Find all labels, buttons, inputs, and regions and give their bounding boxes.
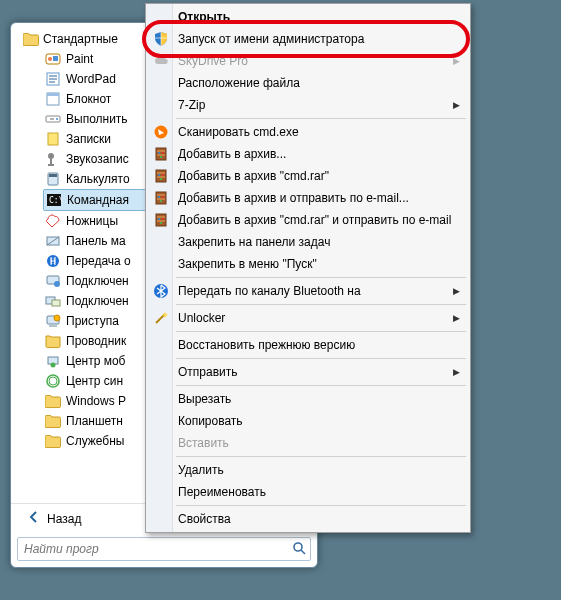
submenu-arrow-icon: ▶ [453,367,460,377]
tree-item-icon [45,51,61,67]
menu-item-label: Unlocker [178,311,225,325]
tree-item-icon [45,71,61,87]
menu-item[interactable]: Добавить в архив и отправить по e-mail..… [148,187,468,209]
menu-item-label: Добавить в архив "cmd.rar" [178,169,329,183]
menu-item[interactable]: Открыть [148,6,468,28]
context-menu: ОткрытьЗапуск от имени администратораSky… [145,3,471,533]
svg-rect-43 [157,198,165,200]
tree-item-icon [45,131,61,147]
svg-rect-34 [160,156,162,158]
svg-rect-32 [158,152,160,154]
menu-item[interactable]: Отправить▶ [148,361,468,383]
tree-item-label: Служебны [66,434,125,448]
tree-item-icon [45,91,61,107]
menu-item[interactable]: Свойства [148,508,468,530]
tree-item-icon [45,233,61,249]
menu-item-label: Закрепить на панели задач [178,235,330,249]
menu-item[interactable]: Переименовать [148,481,468,503]
tree-item-label: WordPad [66,72,116,86]
menu-item[interactable]: Вырезать [148,388,468,410]
tree-item-icon [45,151,61,167]
menu-item[interactable]: Добавить в архив "cmd.rar" и отправить п… [148,209,468,231]
menu-item-label: Расположение файла [178,76,300,90]
tree-item-label: Windows P [66,394,126,408]
menu-item[interactable]: Передать по каналу Bluetooth на▶ [148,280,468,302]
svg-rect-31 [157,154,165,156]
tree-item-label: Приступа [66,314,119,328]
menu-item-label: Вырезать [178,392,231,406]
blank-icon [152,434,170,452]
avast-icon [152,123,170,141]
menu-item[interactable]: Добавить в архив "cmd.rar" [148,165,468,187]
svg-rect-52 [160,222,162,224]
menu-item[interactable]: Закрепить в меню "Пуск" [148,253,468,275]
menu-item: Вставить [148,432,468,454]
svg-rect-30 [157,150,165,152]
tree-item-icon [45,373,61,389]
menu-item[interactable]: Unlocker▶ [148,307,468,329]
blank-icon [152,412,170,430]
blank-icon [152,233,170,251]
menu-item[interactable]: Восстановить прежнюю версию [148,334,468,356]
blank-icon [152,461,170,479]
menu-separator [176,331,466,332]
menu-item[interactable]: Добавить в архив... [148,143,468,165]
tree-item-icon [45,413,61,429]
menu-item[interactable]: Закрепить на панели задач [148,231,468,253]
svg-rect-21 [52,300,60,306]
svg-rect-42 [157,194,165,196]
tree-item-label: Передача о [66,254,131,268]
shield-icon [152,30,170,48]
menu-item[interactable]: 7-Zip▶ [148,94,468,116]
menu-item-label: Передать по каналу Bluetooth на [178,284,361,298]
submenu-arrow-icon: ▶ [453,286,460,296]
menu-item[interactable]: Расположение файла [148,72,468,94]
menu-item-label: Запуск от имени администратора [178,32,364,46]
tree-item-label: Центр моб [66,354,125,368]
search-row [11,533,317,567]
svg-rect-5 [47,93,59,96]
winrar-icon [152,211,170,229]
svg-rect-33 [162,152,164,154]
svg-rect-13 [49,174,57,177]
tree-item-label: Панель ма [66,234,126,248]
menu-item-label: Добавить в архив... [178,147,286,161]
tree-item-label: Ножницы [66,214,118,228]
tree-item-label: Планшетн [66,414,123,428]
blank-icon [152,483,170,501]
tree-item-label: Командная [67,193,129,207]
menu-item-label: Добавить в архив и отправить по e-mail..… [178,191,409,205]
menu-item[interactable]: Удалить [148,459,468,481]
tree-item-icon [45,111,61,127]
search-input[interactable] [22,541,292,557]
winrar-icon [152,189,170,207]
blank-icon [152,510,170,528]
menu-separator [176,385,466,386]
blank-icon [152,74,170,92]
tree-item-label: Звукозапис [66,152,129,166]
search-box[interactable] [17,537,311,561]
tree-item-label: Записки [66,132,111,146]
svg-point-27 [294,543,302,551]
tree-item-label: Блокнот [66,92,111,106]
tree-item-icon [45,213,61,229]
menu-item[interactable]: Сканировать cmd.exe [148,121,468,143]
svg-point-23 [54,315,60,321]
folder-label: Стандартные [43,32,118,46]
svg-rect-46 [160,200,162,202]
menu-separator [176,456,466,457]
menu-item[interactable]: Копировать [148,410,468,432]
svg-rect-40 [160,178,162,180]
menu-item-label: Вставить [178,436,229,450]
menu-item-label: Переименовать [178,485,266,499]
svg-rect-11 [48,164,54,166]
blank-icon [152,363,170,381]
svg-rect-44 [158,196,160,198]
tree-item-label: Подключен [66,274,129,288]
blank-icon [152,96,170,114]
svg-rect-8 [48,133,58,145]
svg-rect-51 [162,218,164,220]
svg-rect-49 [157,220,165,222]
menu-item[interactable]: Запуск от имени администратора [148,28,468,50]
menu-item-label: Добавить в архив "cmd.rar" и отправить п… [178,213,451,227]
